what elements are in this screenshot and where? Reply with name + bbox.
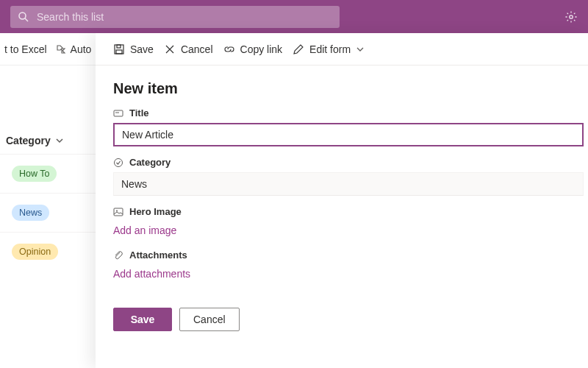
- list-row[interactable]: Opinion: [0, 232, 96, 271]
- svg-line-1: [25, 18, 28, 21]
- chevron-down-icon: [356, 45, 365, 54]
- category-input[interactable]: News: [113, 172, 584, 196]
- search-icon: [18, 11, 29, 23]
- svg-point-10: [116, 210, 118, 211]
- add-attachments-link[interactable]: Add attachments: [113, 265, 190, 283]
- panel-toolbar: Save Cancel Copy link Edit form: [96, 33, 588, 66]
- cancel-label: Cancel: [181, 43, 213, 55]
- category-pill: How To: [12, 166, 57, 182]
- save-button-footer[interactable]: Save: [113, 308, 172, 331]
- save-label: Save: [130, 43, 154, 55]
- field-category-label: Category: [129, 157, 171, 168]
- category-pill: News: [12, 205, 49, 221]
- panel-body: New item Title Category News Hero Image …: [96, 66, 588, 308]
- edit-form-button[interactable]: Edit form: [293, 43, 365, 55]
- link-icon: [223, 43, 235, 55]
- field-attachments: Attachments Add attachments: [113, 250, 570, 283]
- choice-icon: [113, 158, 123, 168]
- save-button[interactable]: Save: [113, 43, 154, 55]
- export-excel-label: t to Excel: [4, 43, 47, 55]
- field-hero-label: Hero Image: [129, 206, 182, 217]
- field-title-label: Title: [129, 107, 149, 118]
- list-row[interactable]: News: [0, 193, 96, 232]
- cancel-button-footer[interactable]: Cancel: [179, 308, 240, 331]
- list-row[interactable]: How To: [0, 154, 96, 193]
- svg-rect-4: [117, 45, 121, 48]
- column-header-category[interactable]: Category: [0, 66, 96, 154]
- field-hero-image: Hero Image Add an image: [113, 206, 570, 239]
- copy-link-label: Copy link: [240, 43, 283, 55]
- category-pill: Opinion: [12, 244, 58, 260]
- svg-rect-5: [116, 50, 122, 54]
- save-icon: [113, 43, 125, 55]
- edit-form-label: Edit form: [309, 43, 351, 55]
- gear-icon[interactable]: [564, 10, 578, 24]
- panel-title: New item: [113, 80, 570, 97]
- svg-rect-6: [114, 110, 123, 116]
- title-input[interactable]: [113, 123, 584, 146]
- list-grid-left: Category How To News Opinion: [0, 66, 96, 271]
- export-excel-button[interactable]: t to Excel: [0, 43, 51, 55]
- close-icon: [164, 43, 176, 55]
- add-image-link[interactable]: Add an image: [113, 222, 176, 239]
- new-item-panel: Save Cancel Copy link Edit form New item…: [96, 33, 588, 368]
- column-header-label: Category: [6, 135, 51, 146]
- list-command-bar-left: t to Excel Auto: [0, 33, 96, 66]
- svg-point-8: [115, 158, 123, 166]
- cancel-button[interactable]: Cancel: [164, 43, 213, 55]
- copy-link-button[interactable]: Copy link: [223, 43, 283, 55]
- flow-icon: [56, 44, 66, 54]
- app-header: [0, 0, 588, 33]
- svg-point-2: [570, 15, 573, 18]
- field-category: Category News: [113, 157, 570, 196]
- svg-point-0: [19, 13, 26, 19]
- automate-button[interactable]: Auto: [51, 43, 96, 55]
- field-attachments-label: Attachments: [129, 250, 187, 261]
- chevron-down-icon: [55, 136, 64, 145]
- attachment-icon: [113, 250, 123, 261]
- edit-icon: [293, 43, 304, 55]
- panel-footer: Save Cancel: [96, 308, 588, 331]
- svg-rect-9: [114, 208, 123, 216]
- search-input[interactable]: [37, 11, 332, 23]
- field-title: Title: [113, 107, 570, 146]
- automate-label: Auto: [71, 43, 92, 55]
- image-icon: [113, 207, 123, 217]
- text-field-icon: [113, 108, 123, 118]
- search-box[interactable]: [10, 6, 340, 28]
